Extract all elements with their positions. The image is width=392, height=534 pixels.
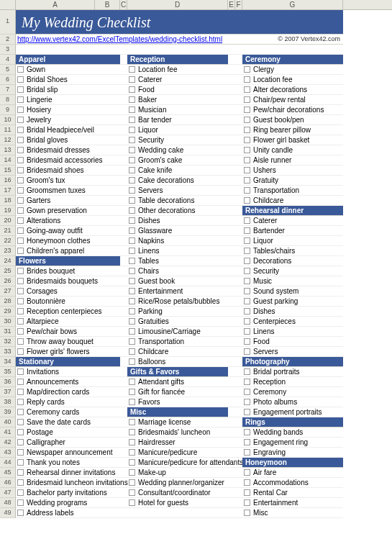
checklist-item[interactable]: Pew/chair decorations — [242, 105, 343, 115]
checklist-item[interactable]: Gift for fiancée — [127, 387, 228, 397]
checkbox-icon[interactable] — [244, 318, 250, 325]
row-header[interactable]: 48 — [0, 498, 16, 508]
checkbox-icon[interactable] — [244, 288, 250, 294]
checklist-item[interactable]: Favors — [127, 397, 228, 407]
empty-cell[interactable] — [235, 498, 242, 508]
source-link[interactable]: http://www.vertex42.com/ExcelTemplates/w… — [16, 35, 235, 45]
checkbox-icon[interactable] — [244, 389, 250, 395]
empty-cell[interactable] — [235, 286, 242, 297]
checkbox-icon[interactable] — [244, 66, 250, 73]
checklist-item[interactable]: Food — [242, 337, 343, 347]
checkbox-icon[interactable] — [17, 137, 24, 143]
checklist-item[interactable]: Liquor — [127, 125, 228, 135]
checkbox-icon[interactable] — [244, 278, 250, 284]
checkbox-icon[interactable] — [244, 137, 250, 143]
empty-cell[interactable] — [235, 508, 242, 518]
checklist-item[interactable]: Ceremony cards — [16, 407, 120, 417]
checkbox-icon[interactable] — [129, 288, 135, 294]
checkbox-icon[interactable] — [244, 379, 250, 385]
row-header[interactable]: 2 — [0, 35, 16, 45]
checklist-item[interactable]: Bridesmaid shoes — [16, 166, 120, 176]
row-header[interactable]: 43 — [0, 448, 16, 458]
empty-cell[interactable] — [228, 45, 235, 55]
empty-cell[interactable] — [235, 206, 242, 216]
checkbox-icon[interactable] — [244, 399, 250, 405]
checklist-item[interactable]: Engagement portraits — [242, 407, 343, 417]
empty-cell[interactable] — [235, 427, 242, 438]
checkbox-icon[interactable] — [244, 479, 250, 486]
checkbox-icon[interactable] — [129, 197, 135, 204]
empty-cell[interactable] — [120, 75, 127, 85]
empty-cell[interactable] — [120, 417, 127, 427]
checklist-item[interactable]: Make-up — [127, 468, 228, 478]
checkbox-icon[interactable] — [17, 66, 24, 73]
checklist-item[interactable]: Misc — [242, 508, 343, 518]
checklist-item[interactable]: Reception centerpieces — [16, 307, 120, 317]
checkbox-icon[interactable] — [129, 167, 135, 173]
checklist-item[interactable]: Hotel for guests — [127, 498, 228, 508]
empty-cell[interactable] — [235, 297, 242, 307]
checkbox-icon[interactable] — [17, 379, 24, 385]
checklist-item[interactable]: Guest book/pen — [242, 115, 343, 125]
checklist-item[interactable]: Aisle runner — [242, 155, 343, 166]
empty-cell[interactable] — [120, 226, 127, 236]
empty-cell[interactable] — [228, 85, 235, 95]
empty-cell[interactable] — [235, 125, 242, 135]
empty-cell[interactable] — [120, 85, 127, 95]
checklist-item[interactable]: Bridesmaid dresses — [16, 145, 120, 155]
checkbox-icon[interactable] — [129, 399, 135, 405]
empty-cell[interactable] — [95, 45, 120, 55]
checklist-item[interactable]: Rehearsal dinner invitations — [16, 468, 120, 478]
col-header[interactable]: A — [16, 0, 95, 9]
empty-cell[interactable] — [235, 387, 242, 397]
checklist-item[interactable]: Manicure/pedicure for attendants — [127, 458, 228, 468]
checklist-item[interactable]: Entertainment — [127, 286, 228, 297]
checklist-item[interactable]: Engagement ring — [242, 438, 343, 448]
empty-cell[interactable] — [235, 458, 242, 468]
checkbox-icon[interactable] — [129, 107, 135, 113]
empty-cell[interactable] — [228, 286, 235, 297]
row-header[interactable]: 30 — [0, 317, 16, 327]
empty-cell[interactable] — [228, 216, 235, 226]
empty-cell[interactable] — [228, 327, 235, 337]
checklist-item[interactable]: Calligrapher — [16, 438, 120, 448]
checklist-item[interactable]: Groom's tux — [16, 176, 120, 186]
checklist-item[interactable]: Bridal gloves — [16, 135, 120, 145]
checkbox-icon[interactable] — [129, 258, 135, 264]
checklist-item[interactable]: Security — [127, 135, 228, 145]
empty-cell[interactable] — [235, 468, 242, 478]
checkbox-icon[interactable] — [129, 127, 135, 133]
checkbox-icon[interactable] — [129, 177, 135, 184]
checklist-item[interactable]: Caterer — [242, 216, 343, 226]
empty-cell[interactable] — [120, 498, 127, 508]
checklist-item[interactable]: Ring bearer pillow — [242, 125, 343, 135]
checkbox-icon[interactable] — [129, 459, 135, 466]
empty-cell[interactable] — [228, 166, 235, 176]
empty-cell[interactable] — [228, 387, 235, 397]
checkbox-icon[interactable] — [244, 338, 250, 345]
checkbox-icon[interactable] — [244, 348, 250, 355]
empty-cell[interactable] — [120, 337, 127, 347]
empty-cell[interactable] — [16, 45, 95, 55]
checkbox-icon[interactable] — [244, 237, 250, 244]
empty-cell[interactable] — [228, 95, 235, 105]
checklist-item[interactable]: Lingerie — [16, 95, 120, 105]
checkbox-icon[interactable] — [17, 187, 24, 194]
checklist-item[interactable]: Wedding cake — [127, 145, 228, 155]
checklist-item[interactable]: Guest parking — [242, 297, 343, 307]
empty-cell[interactable] — [120, 458, 127, 468]
checklist-item[interactable]: Dishes — [242, 307, 343, 317]
checkbox-icon[interactable] — [129, 479, 135, 486]
col-header[interactable]: E — [228, 0, 235, 9]
checkbox-icon[interactable] — [129, 469, 135, 476]
empty-cell[interactable] — [228, 438, 235, 448]
checklist-item[interactable]: Bachelor party invitations — [16, 488, 120, 498]
checkbox-icon[interactable] — [129, 308, 135, 314]
empty-cell[interactable] — [235, 236, 242, 246]
checklist-item[interactable]: Children's apparel — [16, 246, 120, 256]
checkbox-icon[interactable] — [129, 278, 135, 284]
checklist-item[interactable]: Address labels — [16, 508, 120, 518]
empty-cell[interactable] — [120, 125, 127, 135]
checkbox-icon[interactable] — [244, 449, 250, 456]
empty-cell[interactable] — [120, 135, 127, 145]
